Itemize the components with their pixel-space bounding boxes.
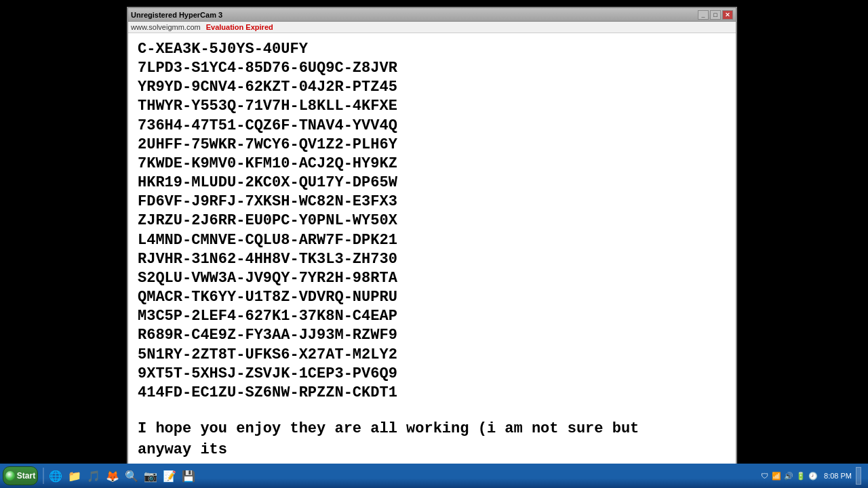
code-line: YR9YD-9CNV4-62KZT-04J2R-PTZ45: [138, 78, 726, 97]
taskbar-search-icon[interactable]: 🔍: [122, 466, 141, 485]
code-line: 5N1RY-2ZT8T-UFKS6-X27AT-M2LY2: [138, 346, 726, 365]
maximize-button[interactable]: □: [710, 10, 721, 20]
watermark-bar: www.solveigmm.com Evaluation Expired: [128, 22, 736, 33]
code-line: C-XEA3K-5J0YS-40UFY: [138, 40, 726, 59]
code-line: RJVHR-31N62-4HH8V-TK3L3-ZH730: [138, 250, 726, 269]
content-area: C-XEA3K-5J0YS-40UFY7LPD3-S1YC4-85D76-6UQ…: [128, 33, 736, 480]
tray-icons: 🛡 📶 🔊 🔋 🕗: [759, 470, 818, 481]
code-line: R689R-C4E9Z-FY3AA-JJ93M-RZWF9: [138, 326, 726, 345]
minimize-button[interactable]: _: [698, 10, 709, 20]
message-line2: anyway its: [138, 440, 726, 461]
code-line: THWYR-Y553Q-71V7H-L8KLL-4KFXE: [138, 97, 726, 116]
code-line: QMACR-TK6YY-U1T8Z-VDVRQ-NUPRU: [138, 288, 726, 307]
taskbar-ie-icon[interactable]: 🌐: [46, 466, 65, 485]
taskbar: Start 🌐 📁 🎵 🦊 🔍 📷 📝 💾 🛡 📶 🔊 🔋 🕗 8:08 PM: [0, 464, 868, 488]
message-text: I hope you enjoy they are all working (i…: [138, 419, 726, 461]
tray-network-icon: 📶: [771, 470, 782, 481]
taskbar-folder-icon[interactable]: 📁: [65, 466, 84, 485]
code-line: 2UHFF-75WKR-7WCY6-QV1Z2-PLH6Y: [138, 136, 726, 155]
start-button[interactable]: Start: [3, 466, 38, 485]
code-line: 7LPD3-S1YC4-85D76-6UQ9C-Z8JVR: [138, 59, 726, 78]
message-line1: I hope you enjoy they are all working (i…: [138, 419, 726, 440]
taskbar-browser2-icon[interactable]: 🦊: [103, 466, 122, 485]
taskbar-media-icon[interactable]: 🎵: [84, 466, 103, 485]
code-line: 9XT5T-5XHSJ-ZSVJK-1CEP3-PV6Q9: [138, 365, 726, 384]
tray-time: 8:08 PM: [821, 472, 852, 480]
code-line: L4MND-CMNVE-CQLU8-ARW7F-DPK21: [138, 231, 726, 250]
code-line: HKR19-MLUDU-2KC0X-QU17Y-DP65W: [138, 174, 726, 192]
start-orb-icon: [5, 471, 15, 481]
tray-volume-icon: 🔊: [783, 470, 794, 481]
window-title: Unregistered HyperCam 3: [131, 11, 222, 19]
code-line: FD6VF-J9RFJ-7XKSH-WC82N-E3FX3: [138, 192, 726, 211]
code-line: M3C5P-2LEF4-627K1-37K8N-C4EAP: [138, 307, 726, 326]
titlebar-buttons: _ □ ✕: [698, 10, 733, 20]
code-list: C-XEA3K-5J0YS-40UFY7LPD3-S1YC4-85D76-6UQ…: [138, 40, 726, 403]
tray-battery-icon: 🔋: [795, 470, 806, 481]
code-line: 7KWDE-K9MV0-KFM10-ACJ2Q-HY9KZ: [138, 155, 726, 174]
code-line: 736H4-47T51-CQZ6F-TNAV4-YVV4Q: [138, 117, 726, 136]
taskbar-divider: [43, 468, 44, 484]
show-desktop-button[interactable]: [856, 467, 861, 485]
code-line: S2QLU-VWW3A-JV9QY-7YR2H-98RTA: [138, 269, 726, 288]
main-window: Unregistered HyperCam 3 _ □ ✕ www.solvei…: [127, 7, 737, 481]
tray-shield-icon: 🛡: [759, 470, 770, 481]
evaluation-expired-text: Evaluation Expired: [206, 23, 273, 31]
close-button[interactable]: ✕: [722, 10, 733, 20]
system-tray: 🛡 📶 🔊 🔋 🕗 8:08 PM: [759, 467, 865, 485]
code-line: ZJRZU-2J6RR-EU0PC-Y0PNL-WY50X: [138, 211, 726, 230]
watermark-url: www.solveigmm.com: [131, 23, 201, 31]
taskbar-app-icon[interactable]: 💾: [179, 466, 198, 485]
start-label: Start: [17, 471, 35, 481]
tray-clock-icon: 🕗: [808, 470, 818, 481]
code-line: 414FD-EC1ZU-SZ6NW-RPZZN-CKDT1: [138, 384, 726, 403]
taskbar-notepad-icon[interactable]: 📝: [160, 466, 179, 485]
taskbar-hypercam-icon[interactable]: 📷: [141, 466, 160, 485]
titlebar: Unregistered HyperCam 3 _ □ ✕: [128, 8, 736, 22]
